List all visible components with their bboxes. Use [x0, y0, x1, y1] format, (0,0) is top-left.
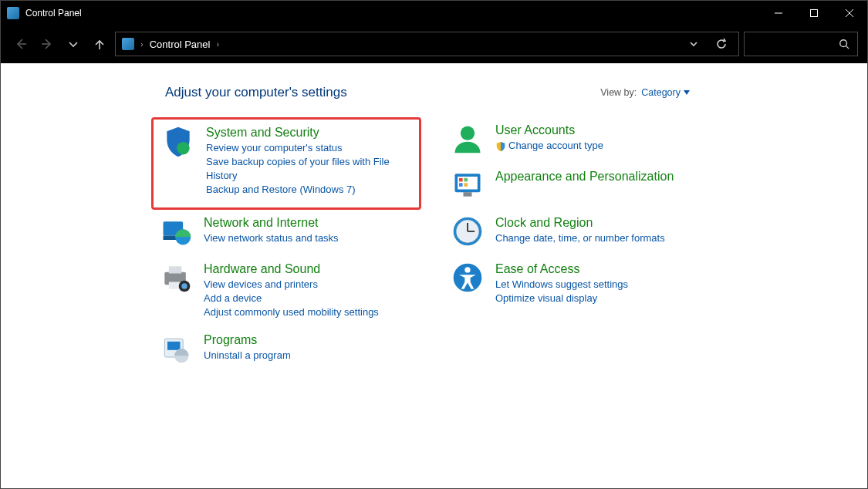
refresh-icon [715, 38, 728, 50]
minimize-button[interactable] [761, 1, 796, 25]
category-title[interactable]: Ease of Access [495, 262, 628, 276]
category-link[interactable]: Optimize visual display [495, 292, 628, 305]
view-by-value: Category [641, 87, 681, 98]
chevron-right-icon: › [216, 39, 219, 49]
category-link[interactable]: Review your computer's status [206, 141, 413, 155]
view-by[interactable]: View by: Category [600, 87, 690, 98]
category-column-right: User AccountsChange account typeAppearan… [443, 117, 713, 373]
svg-rect-1 [811, 9, 818, 16]
svg-rect-20 [167, 342, 181, 350]
globe-icon [159, 214, 193, 248]
search-icon [839, 39, 849, 49]
back-button[interactable] [10, 33, 32, 55]
svg-rect-27 [459, 183, 463, 187]
close-button[interactable] [832, 1, 867, 25]
svg-rect-28 [464, 183, 468, 187]
svg-rect-15 [169, 266, 182, 273]
category-link[interactable]: Let Windows suggest settings [495, 278, 628, 292]
category-title[interactable]: Hardware and Sound [204, 262, 379, 276]
forward-button[interactable] [36, 33, 58, 55]
svg-point-35 [464, 267, 470, 272]
minimize-icon [775, 9, 782, 17]
arrow-up-icon [93, 38, 106, 50]
chevron-down-icon [687, 38, 700, 50]
printer-icon [159, 261, 193, 295]
dropdown-caret-icon [684, 90, 690, 95]
user-icon [451, 122, 485, 156]
svg-point-7 [840, 40, 847, 47]
category-user-accounts: User AccountsChange account type [443, 117, 713, 164]
accessibility-icon [451, 261, 485, 295]
svg-rect-29 [464, 192, 472, 197]
category-programs: ProgramsUninstall a program [151, 327, 421, 373]
category-link[interactable]: Uninstall a program [204, 349, 291, 363]
category-title[interactable]: User Accounts [495, 123, 603, 137]
titlebar: Control Panel [1, 1, 867, 25]
control-panel-icon [122, 38, 134, 50]
category-title[interactable]: Network and Internet [204, 216, 339, 230]
content-area: Adjust your computer's settings View by:… [1, 63, 867, 489]
window-title: Control Panel [25, 8, 82, 19]
category-title[interactable]: Clock and Region [495, 216, 665, 230]
category-link[interactable]: Save backup copies of your files with Fi… [206, 155, 413, 183]
svg-point-18 [181, 283, 187, 288]
category-title[interactable]: System and Security [206, 126, 413, 140]
category-ease-of-access: Ease of AccessLet Windows suggest settin… [443, 256, 713, 313]
category-system-and-security: System and SecurityReview your computer'… [151, 117, 421, 210]
appearance-icon [451, 168, 485, 202]
recent-button[interactable] [62, 33, 84, 55]
clock-icon [451, 214, 485, 248]
category-column-left: System and SecurityReview your computer'… [151, 117, 421, 373]
arrow-right-icon [41, 38, 53, 50]
app-icon [7, 7, 19, 19]
svg-marker-9 [684, 90, 690, 95]
category-link[interactable]: View network status and tasks [204, 231, 339, 245]
category-title[interactable]: Appearance and Personalization [495, 170, 674, 184]
close-icon [846, 9, 853, 17]
chevron-down-icon [67, 38, 79, 50]
maximize-button[interactable] [796, 1, 832, 25]
category-link[interactable]: View devices and printers [204, 278, 379, 292]
category-title[interactable]: Programs [204, 333, 291, 347]
category-link[interactable]: Backup and Restore (Windows 7) [206, 183, 413, 197]
category-appearance-and-personalization: Appearance and Personalization [443, 164, 713, 210]
up-button[interactable] [89, 33, 110, 55]
view-by-label: View by: [600, 87, 637, 98]
arrow-left-icon [15, 38, 27, 50]
category-link[interactable]: Adjust commonly used mobility settings [204, 305, 379, 319]
uac-shield-icon [495, 141, 506, 152]
programs-icon [159, 332, 193, 366]
svg-point-22 [461, 126, 475, 140]
category-clock-and-region: Clock and RegionChange date, time, or nu… [443, 210, 713, 256]
address-bar[interactable]: › Control Panel › [115, 32, 739, 56]
svg-rect-26 [464, 178, 468, 182]
category-network-and-internet: Network and InternetView network status … [151, 210, 421, 256]
page-title: Adjust your computer's settings [165, 85, 600, 100]
chevron-right-icon: › [140, 39, 144, 49]
svg-point-10 [177, 142, 190, 155]
shield-icon [161, 124, 195, 158]
refresh-button[interactable] [711, 33, 732, 55]
breadcrumb-root[interactable]: Control Panel [150, 39, 211, 50]
search-input[interactable] [744, 32, 858, 56]
category-hardware-and-sound: Hardware and SoundView devices and print… [151, 256, 421, 327]
category-link[interactable]: Change date, time, or number formats [495, 231, 665, 245]
svg-rect-25 [459, 178, 463, 182]
address-dropdown[interactable] [683, 33, 704, 55]
category-link[interactable]: Change account type [495, 139, 603, 153]
navbar: › Control Panel › [1, 25, 867, 63]
maximize-icon [810, 9, 818, 17]
svg-line-8 [846, 46, 849, 49]
category-link[interactable]: Add a device [204, 292, 379, 305]
